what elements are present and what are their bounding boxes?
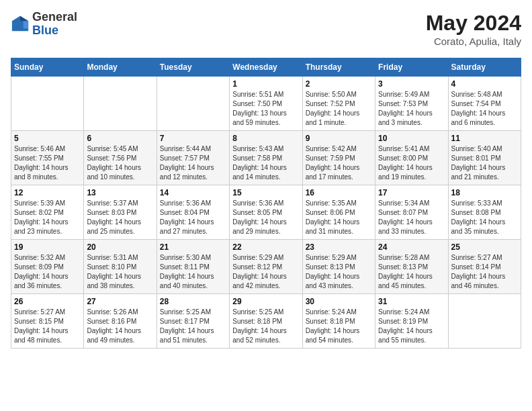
header-saturday: Saturday <box>448 58 521 77</box>
day-info: Sunrise: 5:42 AMSunset: 7:59 PMDaylight:… <box>306 144 372 182</box>
header-row: Sunday Monday Tuesday Wednesday Thursday… <box>11 58 521 77</box>
month-title: May 2024 <box>426 11 521 36</box>
calendar-cell: 4Sunrise: 5:48 AMSunset: 7:54 PMDaylight… <box>448 77 521 131</box>
calendar-cell: 27Sunrise: 5:26 AMSunset: 8:16 PMDayligh… <box>84 294 157 349</box>
day-info: Sunrise: 5:37 AMSunset: 8:03 PMDaylight:… <box>87 199 153 236</box>
day-number: 4 <box>451 79 518 89</box>
day-info: Sunrise: 5:46 AMSunset: 7:55 PMDaylight:… <box>14 144 81 182</box>
calendar-week-row: 1Sunrise: 5:51 AMSunset: 7:50 PMDaylight… <box>11 77 521 131</box>
day-number: 6 <box>87 134 153 143</box>
calendar-cell: 23Sunrise: 5:29 AMSunset: 8:13 PMDayligh… <box>302 240 375 294</box>
day-number: 10 <box>378 134 445 143</box>
calendar-cell: 19Sunrise: 5:32 AMSunset: 8:09 PMDayligh… <box>11 240 84 294</box>
calendar-cell <box>84 77 157 131</box>
calendar-cell: 17Sunrise: 5:34 AMSunset: 8:07 PMDayligh… <box>375 185 448 240</box>
calendar-cell: 9Sunrise: 5:42 AMSunset: 7:59 PMDaylight… <box>302 131 375 185</box>
day-info: Sunrise: 5:29 AMSunset: 8:12 PMDaylight:… <box>232 253 299 291</box>
day-number: 12 <box>14 188 81 197</box>
calendar-table: Sunday Monday Tuesday Wednesday Thursday… <box>11 58 521 349</box>
calendar-cell: 6Sunrise: 5:45 AMSunset: 7:56 PMDaylight… <box>84 131 157 185</box>
page-header: General Blue May 2024 Corato, Apulia, It… <box>11 11 521 47</box>
day-info: Sunrise: 5:43 AMSunset: 7:58 PMDaylight:… <box>232 144 299 182</box>
calendar-cell: 11Sunrise: 5:40 AMSunset: 8:01 PMDayligh… <box>448 131 521 185</box>
day-number: 9 <box>306 134 372 143</box>
day-number: 24 <box>378 242 445 252</box>
calendar-cell: 2Sunrise: 5:50 AMSunset: 7:52 PMDaylight… <box>302 77 375 131</box>
day-info: Sunrise: 5:32 AMSunset: 8:09 PMDaylight:… <box>14 253 81 291</box>
day-number: 3 <box>378 79 445 89</box>
calendar-cell: 22Sunrise: 5:29 AMSunset: 8:12 PMDayligh… <box>230 240 302 294</box>
calendar-cell: 5Sunrise: 5:46 AMSunset: 7:55 PMDaylight… <box>11 131 84 185</box>
header-sunday: Sunday <box>11 58 84 77</box>
calendar-cell: 24Sunrise: 5:28 AMSunset: 8:13 PMDayligh… <box>375 240 448 294</box>
day-number: 7 <box>160 134 226 143</box>
day-info: Sunrise: 5:30 AMSunset: 8:11 PMDaylight:… <box>160 253 226 291</box>
calendar-cell: 7Sunrise: 5:44 AMSunset: 7:57 PMDaylight… <box>157 131 229 185</box>
day-number: 25 <box>451 242 518 252</box>
header-friday: Friday <box>375 58 448 77</box>
day-info: Sunrise: 5:33 AMSunset: 8:08 PMDaylight:… <box>451 199 518 236</box>
day-info: Sunrise: 5:27 AMSunset: 8:15 PMDaylight:… <box>14 308 81 345</box>
day-info: Sunrise: 5:36 AMSunset: 8:05 PMDaylight:… <box>232 199 299 236</box>
calendar-cell: 10Sunrise: 5:41 AMSunset: 8:00 PMDayligh… <box>375 131 448 185</box>
logo-icon <box>11 15 30 34</box>
calendar-cell: 29Sunrise: 5:25 AMSunset: 8:18 PMDayligh… <box>230 294 302 349</box>
day-info: Sunrise: 5:51 AMSunset: 7:50 PMDaylight:… <box>232 90 299 128</box>
svg-marker-2 <box>24 21 28 28</box>
calendar-header: Sunday Monday Tuesday Wednesday Thursday… <box>11 58 521 77</box>
calendar-cell: 16Sunrise: 5:35 AMSunset: 8:06 PMDayligh… <box>302 185 375 240</box>
calendar-cell: 15Sunrise: 5:36 AMSunset: 8:05 PMDayligh… <box>230 185 302 240</box>
header-wednesday: Wednesday <box>230 58 302 77</box>
day-info: Sunrise: 5:40 AMSunset: 8:01 PMDaylight:… <box>451 144 518 182</box>
calendar-cell: 20Sunrise: 5:31 AMSunset: 8:10 PMDayligh… <box>84 240 157 294</box>
day-info: Sunrise: 5:25 AMSunset: 8:18 PMDaylight:… <box>232 308 299 345</box>
day-number: 22 <box>232 242 299 252</box>
calendar-cell: 28Sunrise: 5:25 AMSunset: 8:17 PMDayligh… <box>157 294 229 349</box>
day-number: 31 <box>378 297 445 306</box>
calendar-week-row: 12Sunrise: 5:39 AMSunset: 8:02 PMDayligh… <box>11 185 521 240</box>
day-info: Sunrise: 5:45 AMSunset: 7:56 PMDaylight:… <box>87 144 153 182</box>
day-info: Sunrise: 5:34 AMSunset: 8:07 PMDaylight:… <box>378 199 445 236</box>
calendar-cell: 14Sunrise: 5:36 AMSunset: 8:04 PMDayligh… <box>157 185 229 240</box>
calendar-cell: 13Sunrise: 5:37 AMSunset: 8:03 PMDayligh… <box>84 185 157 240</box>
calendar-cell: 1Sunrise: 5:51 AMSunset: 7:50 PMDaylight… <box>230 77 302 131</box>
day-info: Sunrise: 5:39 AMSunset: 8:02 PMDaylight:… <box>14 199 81 236</box>
day-info: Sunrise: 5:25 AMSunset: 8:17 PMDaylight:… <box>160 308 226 345</box>
day-info: Sunrise: 5:48 AMSunset: 7:54 PMDaylight:… <box>451 90 518 128</box>
day-number: 8 <box>232 134 299 143</box>
location-title: Corato, Apulia, Italy <box>426 36 521 47</box>
calendar-cell: 31Sunrise: 5:24 AMSunset: 8:19 PMDayligh… <box>375 294 448 349</box>
calendar-cell: 12Sunrise: 5:39 AMSunset: 8:02 PMDayligh… <box>11 185 84 240</box>
day-number: 2 <box>306 79 372 89</box>
day-number: 5 <box>14 134 81 143</box>
day-info: Sunrise: 5:49 AMSunset: 7:53 PMDaylight:… <box>378 90 445 128</box>
calendar-cell <box>448 294 521 349</box>
day-info: Sunrise: 5:24 AMSunset: 8:18 PMDaylight:… <box>306 308 372 345</box>
title-block: May 2024 Corato, Apulia, Italy <box>426 11 521 47</box>
day-number: 19 <box>14 242 81 252</box>
header-monday: Monday <box>84 58 157 77</box>
calendar-week-row: 26Sunrise: 5:27 AMSunset: 8:15 PMDayligh… <box>11 294 521 349</box>
day-number: 26 <box>14 297 81 306</box>
day-info: Sunrise: 5:35 AMSunset: 8:06 PMDaylight:… <box>306 199 372 236</box>
day-number: 18 <box>451 188 518 197</box>
day-info: Sunrise: 5:31 AMSunset: 8:10 PMDaylight:… <box>87 253 153 291</box>
day-number: 27 <box>87 297 153 306</box>
svg-marker-1 <box>20 16 28 21</box>
day-info: Sunrise: 5:41 AMSunset: 8:00 PMDaylight:… <box>378 144 445 182</box>
day-info: Sunrise: 5:29 AMSunset: 8:13 PMDaylight:… <box>306 253 372 291</box>
day-info: Sunrise: 5:24 AMSunset: 8:19 PMDaylight:… <box>378 308 445 345</box>
day-info: Sunrise: 5:50 AMSunset: 7:52 PMDaylight:… <box>306 90 372 128</box>
day-number: 21 <box>160 242 226 252</box>
day-number: 13 <box>87 188 153 197</box>
calendar-cell: 25Sunrise: 5:27 AMSunset: 8:14 PMDayligh… <box>448 240 521 294</box>
day-info: Sunrise: 5:36 AMSunset: 8:04 PMDaylight:… <box>160 199 226 236</box>
calendar-body: 1Sunrise: 5:51 AMSunset: 7:50 PMDaylight… <box>11 77 521 349</box>
day-number: 14 <box>160 188 226 197</box>
calendar-week-row: 19Sunrise: 5:32 AMSunset: 8:09 PMDayligh… <box>11 240 521 294</box>
calendar-cell: 30Sunrise: 5:24 AMSunset: 8:18 PMDayligh… <box>302 294 375 349</box>
day-number: 30 <box>306 297 372 306</box>
calendar-cell: 3Sunrise: 5:49 AMSunset: 7:53 PMDaylight… <box>375 77 448 131</box>
calendar-cell: 21Sunrise: 5:30 AMSunset: 8:11 PMDayligh… <box>157 240 229 294</box>
day-number: 11 <box>451 134 518 143</box>
